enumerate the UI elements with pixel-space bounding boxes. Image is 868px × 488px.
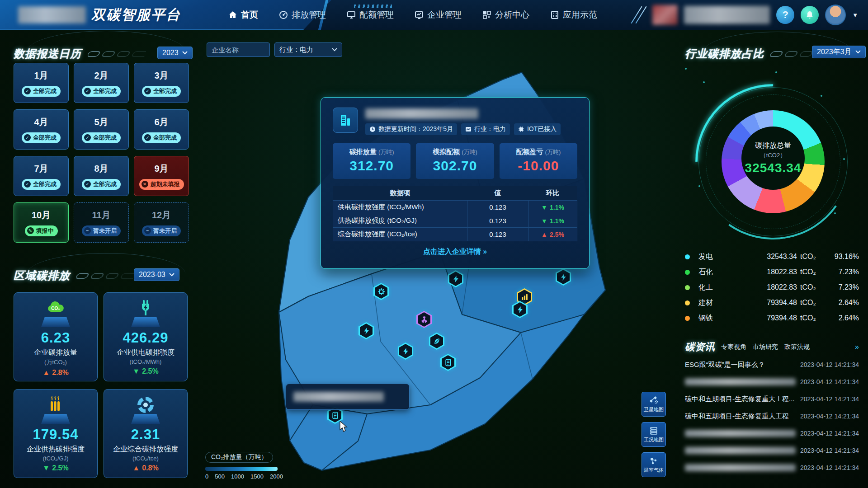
month-label: 11月 (92, 209, 110, 221)
calendar-month-card[interactable]: 4月 ✓ 全部完成 (14, 109, 69, 150)
news-item[interactable]: ESG跟“双碳”是一回事么？ 2023-04-12 14:21:34 (685, 356, 859, 373)
calendar-month-card[interactable]: 2月 ✓ 全部完成 (74, 63, 129, 103)
enterprise-popup: 数据更新时间：2023年5月 行业：电力 IOT已接入 碳排放量 (万吨) 31… (321, 97, 590, 269)
menu-item-analysis[interactable]: 分析中心 (482, 9, 529, 21)
popup-badges: 数据更新时间：2023年5月 行业：电力 IOT已接入 (365, 123, 561, 135)
status-icon: ✓ (144, 88, 151, 94)
stat-label: 企业供电碳排强度 (117, 348, 175, 357)
news-item[interactable]: 2023-04-12 14:21:34 (685, 442, 859, 459)
map-marker[interactable] (556, 268, 571, 286)
metric-value: 0.123 (467, 214, 528, 228)
stat-unit: (tCO₂/MWh) (130, 358, 162, 365)
map-marker[interactable] (512, 301, 528, 318)
calendar-month-card[interactable]: 8月 ✓ 全部完成 (74, 156, 129, 196)
metric-value: 0.123 (467, 201, 528, 214)
popup-header: 数据更新时间：2023年5月 行业：电力 IOT已接入 (333, 108, 577, 135)
industry-filter-value: 行业：电力 (279, 46, 313, 54)
status-icon: ✓ (144, 134, 151, 141)
col-header-value: 值 (467, 186, 528, 201)
map-marker[interactable] (448, 270, 463, 287)
legend-row: 钢铁 79394.48 tCO₂ 2.64% (685, 310, 859, 326)
month-label: 1月 (34, 70, 48, 82)
legend-color-dot (685, 270, 690, 275)
month-status-badge: − 暂未开启 (82, 225, 121, 236)
industry-filter-select[interactable]: 行业：电力 (274, 42, 342, 57)
tab-policy[interactable]: 政策法规 (784, 343, 810, 351)
industry-period-select[interactable]: 2023年3月 (812, 46, 866, 58)
legend-value: 79394.48 (736, 299, 797, 307)
calendar-year-select[interactable]: 2023 (157, 47, 193, 59)
stat-value: 302.70 (418, 158, 492, 174)
more-chevron-icon[interactable]: » (855, 343, 859, 351)
map-marker[interactable] (440, 354, 456, 371)
table-row: 供热碳排放强度 (tCO₂/GJ) 0.123 ▼1.1% (333, 214, 577, 228)
news-item[interactable]: 碳中和五期项目-生态修复重大工程 2023-04-12 14:21:34 (685, 408, 859, 425)
menu-item-enterprise[interactable]: 企业管理 (415, 9, 462, 21)
greenhouse-gas-button[interactable]: 温室气体 (642, 452, 666, 477)
map-marker[interactable] (359, 322, 374, 339)
popup-stats: 碳排放量 (万吨) 312.70 模拟配额 (万吨) 302.70 配额盈亏 (… (333, 143, 577, 179)
calendar-month-grid: 1月 ✓ 全部完成 2月 ✓ 全部完成 3月 ✓ 全部完成 4月 ✓ 全部完成 (14, 63, 189, 243)
chevron-down-icon (332, 48, 337, 52)
calendar-title: 数据报送日历 (14, 47, 81, 61)
update-time-badge: 数据更新时间：2023年5月 (365, 123, 457, 135)
factory-icon (465, 126, 472, 132)
dot-decoration (685, 68, 687, 70)
search-input[interactable] (207, 42, 270, 57)
tab-market-research[interactable]: 市场研究 (753, 343, 778, 351)
condition-map-button[interactable]: 工况地图 (642, 422, 666, 447)
center-label: 碳排放总量 (755, 141, 791, 150)
quota-stat: 模拟配额 (万吨) 302.70 (416, 143, 494, 179)
region-period-select[interactable]: 2023-03 (134, 268, 179, 281)
calendar-month-card[interactable]: 10月 ✎ 填报中 (14, 202, 69, 243)
calendar-month-card[interactable]: 12月 − 暂未开启 (134, 202, 189, 243)
news-item[interactable]: 碳中和五期项目-生态修复重大工程... 2023-04-12 14:21:34 (685, 390, 859, 408)
user-avatar[interactable] (825, 5, 846, 25)
menu-item-demo[interactable]: 应用示范 (550, 9, 597, 21)
trend-value: 2.8% (52, 369, 68, 377)
brand: 双碳智服平台 (18, 5, 181, 24)
stat-trend: ▲ 2.8% (42, 369, 68, 377)
calendar-month-card[interactable]: 11月 − 暂未开启 (74, 202, 129, 243)
stat-value: 312.70 (335, 158, 409, 174)
calendar-month-card[interactable]: 6月 ✓ 全部完成 (134, 109, 189, 150)
region-title: 区域碳排放 (14, 268, 70, 283)
calendar-month-card[interactable]: 9月 ✕ 超期未填报 (134, 156, 189, 196)
legend-percent: 7.23% (824, 268, 859, 276)
menu-item-emission[interactable]: 排放管理 (279, 9, 326, 21)
mouse-cursor (339, 421, 349, 432)
tab-expert-view[interactable]: 专家视角 (721, 343, 746, 351)
month-status-badge: ✓ 全部完成 (82, 132, 121, 143)
server-stack-icon (649, 426, 658, 435)
metric-trend: ▼1.1% (533, 217, 572, 225)
monitor-icon (347, 10, 356, 19)
map-marker[interactable] (373, 283, 389, 300)
calendar-month-card[interactable]: 7月 ✓ 全部完成 (14, 156, 69, 196)
news-item[interactable]: 2023-04-12 14:21:34 (685, 373, 859, 390)
month-status-badge: ✓ 全部完成 (22, 86, 61, 97)
marker-glyph-icon (416, 311, 432, 328)
region-period-value: 2023-03 (139, 271, 165, 279)
chevron-down-icon[interactable]: ▼ (852, 12, 858, 19)
update-time-text: 数据更新时间：2023年5月 (378, 125, 453, 133)
calendar-month-card[interactable]: 1月 ✓ 全部完成 (14, 63, 69, 103)
notifications-button[interactable] (801, 6, 819, 24)
menu-item-quota[interactable]: 配额管理 (347, 9, 394, 21)
status-icon: ✓ (84, 181, 91, 188)
enterprise-detail-link[interactable]: 点击进入企业详情 » (333, 247, 577, 257)
map-marker[interactable] (416, 311, 432, 328)
menu-label: 企业管理 (427, 9, 462, 21)
legend-percent: 93.16% (824, 253, 859, 261)
calendar-month-card[interactable]: 5月 ✓ 全部完成 (74, 109, 129, 150)
icon-pedestal (41, 414, 70, 424)
map-marker[interactable] (398, 343, 413, 360)
help-button[interactable]: ? (776, 6, 794, 24)
status-icon: ✓ (84, 88, 91, 94)
news-item[interactable]: 2023-04-12 14:21:34 (685, 425, 859, 442)
satellite-map-button[interactable]: 卫星地图 (642, 392, 666, 417)
menu-item-home[interactable]: 首页 (228, 9, 258, 21)
industry-badge: 行业：电力 (461, 123, 510, 135)
news-item[interactable]: 2023-04-12 14:21:34 (685, 459, 859, 476)
map-marker[interactable] (429, 333, 444, 350)
calendar-month-card[interactable]: 3月 ✓ 全部完成 (134, 63, 189, 103)
